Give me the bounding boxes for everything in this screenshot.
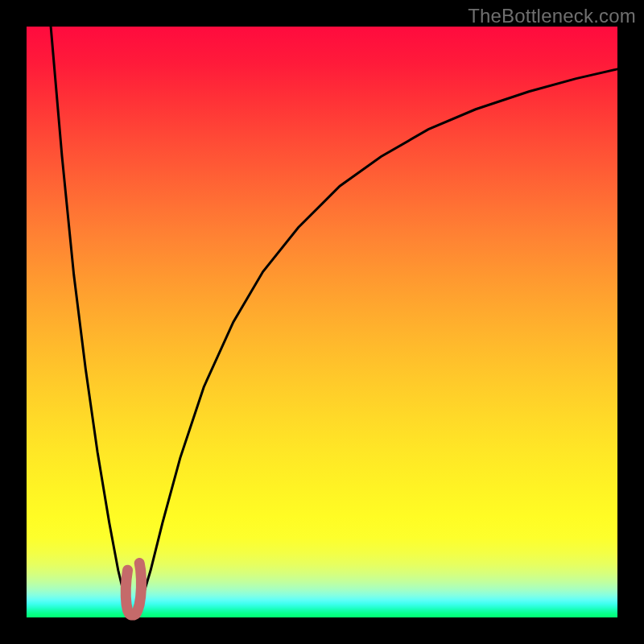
chart-plot-area [27, 27, 617, 617]
watermark-text: TheBottleneck.com [468, 5, 636, 27]
chart-frame: TheBottleneck.com [0, 0, 644, 644]
